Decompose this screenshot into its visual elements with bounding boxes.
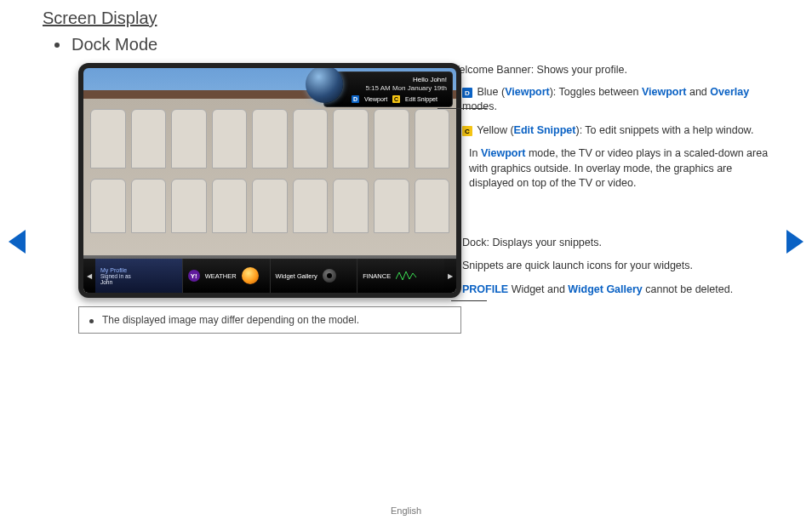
dock-desc: Dock: Displays your snippets. [449,236,769,251]
dock-bar: ◀ My Profile Signed in as John Y! WEATHE… [83,259,456,293]
profile-username: John [100,279,112,285]
gear-icon [323,269,336,283]
snippet-widget-gallery[interactable]: Widget Gallery [270,259,357,293]
profile-label: My Profile [100,267,127,273]
snippets-desc: Snippets are quick launch icons for your… [449,259,769,274]
snippet-finance[interactable]: FINANCE [357,259,444,293]
viewport-button-label[interactable]: Viewport [364,95,387,103]
edit-snippet-link: Edit Snippet [514,124,576,136]
profile-signed-in: Signed in as [100,273,131,279]
sun-icon [242,267,259,284]
desc-viewport-mode-note: ✎ In Viewport mode, the TV or video play… [449,146,769,191]
welcome-banner: Hello John! 5:15 AM Mon January 19th D V… [323,71,453,107]
stock-wave-icon [396,269,418,283]
yahoo-icon: Y! [188,270,200,282]
leader-line [437,108,487,109]
dock-scroll-right[interactable]: ▶ [444,259,456,293]
d-key-icon: D [352,95,359,103]
profile-link: PROFILE [462,283,508,295]
c-key-icon: C [462,126,472,136]
prev-page-button[interactable] [9,230,26,254]
globe-icon [306,68,343,103]
welcome-banner-desc: Welcome Banner: Shows your profile. [449,63,769,78]
bullet-icon [89,319,94,323]
page-title: Screen Display [43,9,769,28]
viewport-link: Viewport [642,86,687,98]
snippet-label: Widget Gallery [276,272,317,280]
section-heading: Dock Mode [54,35,769,54]
bullet-icon [54,43,60,48]
tv-screenshot: Hello John! 5:15 AM Mon January 19th D V… [78,63,461,298]
snippet-profile[interactable]: My Profile Signed in as John [95,259,182,293]
viewport-link: Viewport [481,147,526,159]
edit-snippet-button-label[interactable]: Edit Snippet [405,95,437,103]
model-note: The displayed image may differ depending… [78,306,461,334]
desc-edit-snippet: C Yellow (Edit Snippet): To edit snippet… [449,123,769,139]
welcome-greeting: Hello John! [352,76,447,84]
widget-gallery-link: Widget Gallery [568,283,642,295]
section-heading-text: Dock Mode [71,35,157,54]
footer-language: English [0,505,812,516]
snippet-weather[interactable]: Y! WEATHER [182,259,270,293]
welcome-datetime: 5:15 AM Mon January 19th [352,84,447,93]
desc-viewport: D Blue (Viewport): Toggles between Viewp… [449,85,769,115]
next-page-button[interactable] [786,230,803,254]
snippet-label: WEATHER [205,272,237,280]
viewport-link: Viewport [505,86,550,98]
c-key-icon: C [392,95,400,103]
snippet-label: FINANCE [363,272,391,280]
cannot-delete-desc: PROFILE Widget and Widget Gallery cannot… [449,283,769,298]
d-key-icon: D [462,88,472,98]
leader-line [451,300,487,301]
dock-scroll-left[interactable]: ◀ [83,259,95,293]
overlay-link: Overlay [710,86,749,98]
model-note-text: The displayed image may differ depending… [102,314,359,326]
